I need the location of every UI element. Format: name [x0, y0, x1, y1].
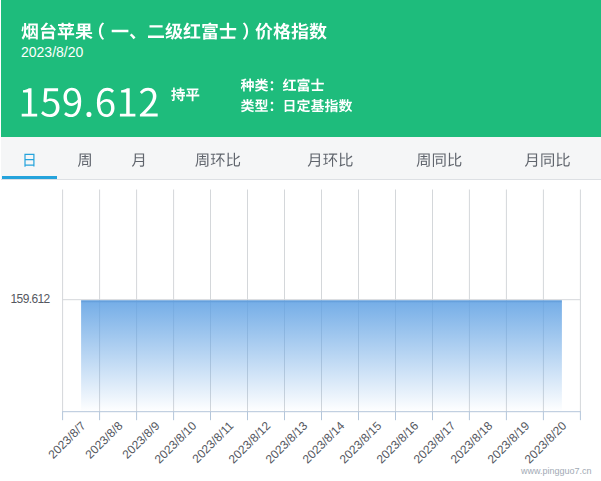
svg-text:2023/8/7: 2023/8/7 — [46, 418, 89, 461]
svg-text:2023/8/8: 2023/8/8 — [83, 418, 126, 461]
